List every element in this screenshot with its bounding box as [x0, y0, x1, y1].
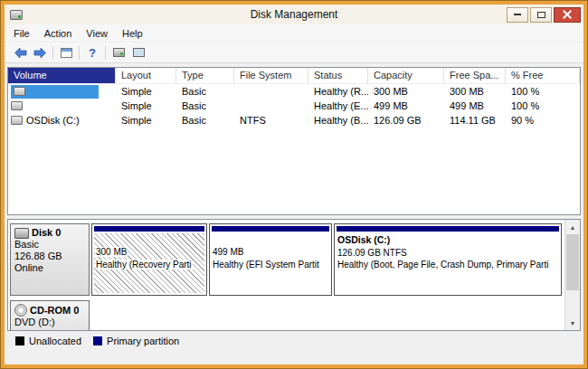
partition-color-bar — [94, 226, 204, 232]
cdrom0-row: CD-ROM 0 DVD (D:) — [10, 300, 562, 330]
capacity-cell: 499 MB — [368, 100, 444, 111]
freespace-cell: 499 MB — [444, 100, 506, 111]
column-header-type[interactable]: Type — [176, 68, 234, 84]
disk0-label[interactable]: Disk 0 Basic 126.88 GB Online — [10, 223, 90, 296]
disk0-row: Disk 0 Basic 126.88 GB Online — [10, 223, 562, 296]
minimize-button[interactable] — [507, 7, 528, 23]
window-title: Disk Management — [5, 8, 583, 21]
volume-list-pane: Volume Layout Type File System Status Ca… — [7, 67, 581, 215]
layout-cell: Simple — [116, 100, 176, 111]
layout-cell: Simple — [116, 115, 176, 126]
partition-color-bar — [212, 226, 329, 232]
column-header-freespace[interactable]: Free Spa... — [444, 68, 506, 84]
column-header-percentfree[interactable]: % Free — [506, 68, 580, 84]
cdrom0-name: CD-ROM 0 — [30, 305, 79, 317]
cdrom-icon — [14, 304, 27, 317]
column-header-volume[interactable]: Volume — [8, 68, 116, 84]
volume-cell: OSDisk (C:) — [8, 113, 116, 128]
volume-icon — [11, 101, 23, 110]
harddisk-icon — [14, 228, 29, 239]
filesystem-cell: NTFS — [234, 115, 308, 126]
maximize-button[interactable] — [530, 7, 552, 23]
toolbar-separator — [105, 46, 106, 60]
disk0-status: Online — [14, 262, 86, 274]
menu-view[interactable]: View — [79, 25, 115, 42]
back-icon[interactable] — [10, 43, 30, 62]
percentfree-cell: 90 % — [506, 115, 580, 126]
partition-size: 126.09 GB NTFS — [337, 248, 407, 258]
partition-status: Healthy (Recovery Parti — [95, 260, 193, 270]
legend-label: Primary partition — [107, 336, 179, 346]
scroll-up-icon[interactable]: ▲ — [565, 220, 580, 234]
type-cell: Basic — [176, 86, 234, 97]
volume-cell — [8, 99, 116, 113]
titlebar[interactable]: Disk Management — [5, 5, 583, 24]
scrollbar-thumb[interactable] — [566, 234, 579, 290]
window-glyph — [61, 48, 72, 58]
vertical-scrollbar[interactable]: ▲ ▼ — [564, 220, 580, 330]
legend-bar: Unallocated Primary partition — [7, 333, 581, 348]
type-cell: Basic — [176, 115, 234, 126]
column-header-status[interactable]: Status — [308, 68, 368, 84]
forward-icon[interactable] — [30, 43, 50, 62]
freespace-cell: 300 MB — [444, 86, 506, 97]
volume-cell — [8, 84, 116, 99]
menu-action[interactable]: Action — [37, 25, 80, 42]
partition-osdisk-c[interactable]: OSDisk (C:) 126.09 GB NTFS Healthy (Boot… — [334, 223, 562, 296]
unallocated-swatch — [15, 336, 24, 345]
column-header-layout[interactable]: Layout — [116, 68, 176, 84]
partition-size: 499 MB — [213, 247, 243, 257]
window-controls — [505, 7, 581, 23]
menu-help[interactable]: Help — [115, 25, 150, 42]
status-cell: Healthy (B... — [308, 115, 368, 126]
status-cell: Healthy (R... — [308, 86, 368, 97]
disk0-kind: Basic — [14, 239, 86, 251]
close-button[interactable] — [554, 7, 581, 23]
menu-bar: File Action View Help — [5, 24, 583, 43]
cdrom0-label[interactable]: CD-ROM 0 DVD (D:) — [10, 300, 90, 330]
maximize-icon — [537, 12, 545, 18]
status-cell: Healthy (E... — [308, 100, 368, 111]
help-icon[interactable]: ? — [82, 43, 102, 62]
selected-volume-highlight[interactable] — [11, 85, 99, 99]
percentfree-cell: 100 % — [506, 100, 580, 111]
partition-status: Healthy (Boot, Page File, Crash Dump, Pr… — [337, 260, 548, 270]
column-header-capacity[interactable]: Capacity — [368, 68, 444, 84]
app-icon — [10, 10, 23, 20]
disk0-size: 126.88 GB — [14, 251, 86, 262]
partition-size: 300 MB — [95, 247, 128, 257]
percentfree-cell: 100 % — [506, 86, 580, 97]
graphical-view-pane: Disk 0 Basic 126.88 GB Online — [7, 219, 581, 331]
toolbar-separator — [52, 46, 53, 60]
partition-status: Healthy (EFI System Partit — [213, 260, 319, 270]
type-cell: Basic — [176, 100, 234, 111]
table-row[interactable]: OSDisk (C:) Simple Basic NTFS Healthy (B… — [8, 113, 580, 128]
scroll-down-icon[interactable]: ▼ — [565, 316, 580, 330]
graphical-view-content: Disk 0 Basic 126.88 GB Online — [8, 220, 564, 330]
capacity-cell: 126.09 GB — [368, 115, 444, 126]
legend-item-unallocated: Unallocated — [15, 336, 81, 346]
partition-efi-system[interactable]: 499 MB Healthy (EFI System Partit — [209, 223, 332, 296]
disk-drive-icon[interactable] — [109, 43, 128, 62]
freespace-cell: 114.11 GB — [444, 115, 506, 126]
console-tree-icon[interactable] — [56, 43, 76, 62]
volume-icon — [11, 116, 23, 125]
minimize-icon — [514, 14, 521, 15]
volume-icon — [14, 87, 25, 96]
window-inner: Disk Management File Action View Help — [5, 5, 583, 364]
volume-list-header: Volume Layout Type File System Status Ca… — [8, 68, 580, 84]
capacity-cell: 300 MB — [368, 86, 444, 97]
toolbar: ? — [5, 43, 583, 63]
screen-glyph — [133, 48, 145, 57]
toolbar-separator — [79, 46, 80, 60]
column-header-filesystem[interactable]: File System — [234, 68, 308, 84]
table-row[interactable]: Simple Basic Healthy (R... 300 MB 300 MB… — [8, 84, 580, 99]
legend-label: Unallocated — [29, 336, 81, 346]
status-strip — [7, 348, 581, 364]
partition-recovery[interactable]: 300 MB Healthy (Recovery Parti — [91, 223, 207, 296]
primary-partition-swatch — [93, 336, 102, 345]
menu-file[interactable]: File — [6, 25, 37, 42]
partition-color-bar — [337, 226, 559, 232]
table-row[interactable]: Simple Basic Healthy (E... 499 MB 499 MB… — [8, 99, 580, 113]
display-view-icon[interactable] — [128, 43, 148, 62]
